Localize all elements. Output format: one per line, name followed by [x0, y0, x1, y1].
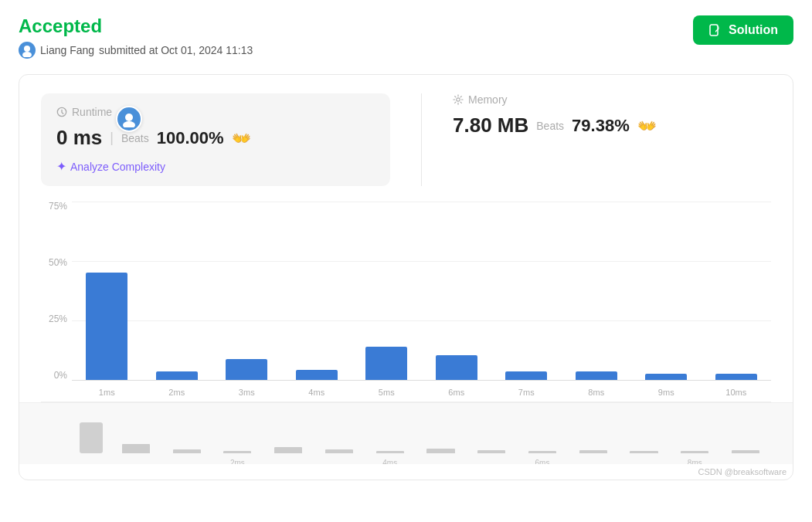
mini-bar-group-3 [263, 415, 314, 453]
clock-icon [56, 107, 67, 117]
bar-group-3ms: 3ms [212, 202, 282, 380]
bar-label-3ms: 3ms [239, 388, 255, 397]
bar-1ms [86, 273, 127, 380]
submitted-text: submitted at Oct 01, 2024 11:13 [99, 44, 253, 56]
runtime-label: Runtime [56, 106, 375, 118]
y-label-25: 25% [49, 314, 67, 324]
mini-bar-2 [223, 451, 251, 453]
solution-button[interactable]: Solution [693, 15, 793, 45]
mini-bar-label-8: 6ms [535, 459, 550, 465]
mini-bar-group-12 [720, 415, 771, 453]
analyze-label: Analyze Complexity [70, 161, 165, 173]
bar-label-2ms: 2ms [168, 388, 185, 397]
mini-bar-box [80, 422, 103, 453]
mini-bar-label-2: 2ms [230, 459, 245, 465]
mini-bar-11 [681, 451, 708, 453]
svg-point-0 [24, 46, 30, 52]
runtime-main: 0 ms | Beats 100.00% 👐 [56, 126, 375, 150]
analyze-complexity-link[interactable]: ✦ Analyze Complexity [56, 159, 375, 174]
bar-label-1ms: 1ms [99, 388, 115, 397]
mini-bar-7 [477, 450, 505, 453]
gear-icon [453, 94, 464, 105]
page-header: Accepted Liang Fang submitted at Oct 01,… [19, 15, 793, 59]
bar-8ms [576, 371, 617, 380]
status-title: Accepted [19, 15, 253, 37]
mini-bar-group-4 [314, 415, 365, 453]
y-label-75: 75% [49, 202, 67, 211]
bar-6ms [436, 355, 477, 380]
wave-icon-memory: 👐 [637, 117, 657, 135]
bar-label-5ms: 5ms [379, 388, 395, 397]
stats-row: Runtime 0 ms | Beats 100.00% 👐 ✦ Analyze… [19, 75, 793, 202]
main-card: Runtime 0 ms | Beats 100.00% 👐 ✦ Analyze… [19, 74, 793, 480]
bar-9ms [645, 374, 687, 380]
bars-area: 1ms2ms3ms4ms5ms6ms7ms8ms9ms10ms [72, 202, 771, 380]
mini-bar-label-5: 4ms [382, 459, 397, 465]
bar-group-1ms: 1ms [72, 202, 142, 380]
runtime-block: Runtime 0 ms | Beats 100.00% 👐 ✦ Analyze… [41, 93, 390, 186]
bar-7ms [505, 371, 547, 380]
mini-bar-8 [528, 451, 556, 453]
mini-bar-group-11: 8ms [669, 415, 720, 453]
memory-main: 7.80 MB Beats 79.38% 👐 [453, 114, 771, 137]
bar-2ms [156, 371, 198, 380]
bar-group-5ms: 5ms [352, 202, 422, 380]
bar-label-6ms: 6ms [448, 388, 464, 397]
stats-divider [421, 93, 422, 186]
grid-line-0 [72, 380, 771, 381]
mini-bar-3 [274, 447, 302, 453]
avatar [19, 42, 36, 59]
svg-point-6 [123, 121, 135, 127]
bar-10ms [715, 374, 757, 380]
mini-bar-group-box [72, 415, 110, 453]
mini-bar-12 [732, 450, 759, 453]
memory-block: Memory 7.80 MB Beats 79.38% 👐 [453, 93, 771, 186]
mini-bar-group-9 [568, 415, 619, 453]
mini-bar-6 [426, 449, 454, 453]
beats-label-memory: Beats [536, 120, 564, 132]
bar-4ms [296, 370, 338, 380]
solution-button-label: Solution [729, 23, 778, 37]
svg-point-4 [457, 98, 460, 101]
runtime-beats-pct: 100.00% [157, 128, 224, 148]
mini-bar-9 [579, 450, 607, 453]
memory-value: 7.80 MB [453, 114, 528, 137]
mini-bar-group-6 [416, 415, 467, 453]
mini-chart-inner: 2ms4ms6ms8ms [72, 415, 771, 453]
beats-label-runtime: Beats [121, 132, 149, 144]
svg-point-1 [22, 52, 32, 57]
mini-bar-5 [376, 451, 404, 453]
mini-bar-group-0 [110, 415, 161, 453]
bar-label-7ms: 7ms [518, 388, 535, 397]
watermark: CSDN @breaksoftware [19, 464, 793, 480]
svg-point-5 [125, 114, 133, 121]
mini-bar-group-1 [161, 415, 212, 453]
bar-label-4ms: 4ms [308, 388, 324, 397]
bar-group-8ms: 8ms [562, 202, 632, 380]
bar-group-2ms: 2ms [142, 202, 212, 380]
y-label-0: 0% [54, 371, 67, 380]
mini-bar-10 [630, 451, 657, 453]
chart-container: 75% 50% 25% 0% 1ms2ms3ms4ms5ms6ms7ms8ms9… [41, 202, 771, 402]
mini-bar-4 [325, 449, 353, 453]
mini-bar-group-5: 4ms [365, 415, 416, 453]
bar-label-10ms: 10ms [725, 388, 746, 397]
left-header: Accepted Liang Fang submitted at Oct 01,… [19, 15, 253, 59]
bar-3ms [226, 359, 267, 380]
bar-label-8ms: 8ms [588, 388, 604, 397]
bar-5ms [365, 347, 407, 380]
runtime-value: 0 ms [56, 126, 102, 150]
sparkle-icon: ✦ [56, 159, 66, 174]
y-label-50: 50% [49, 258, 67, 267]
mini-chart-area: 2ms4ms6ms8ms [19, 402, 793, 464]
mini-bar-0 [122, 444, 150, 453]
y-axis: 75% 50% 25% 0% [41, 202, 72, 380]
mini-bar-group-8: 6ms [517, 415, 568, 453]
bar-group-6ms: 6ms [422, 202, 492, 380]
user-name: Liang Fang [40, 44, 94, 56]
submission-info: Liang Fang submitted at Oct 01, 2024 11:… [19, 42, 253, 59]
memory-beats-pct: 79.38% [572, 116, 630, 136]
bar-group-10ms: 10ms [702, 202, 772, 380]
mini-bar-group-10 [619, 415, 670, 453]
bar-group-9ms: 9ms [631, 202, 702, 380]
